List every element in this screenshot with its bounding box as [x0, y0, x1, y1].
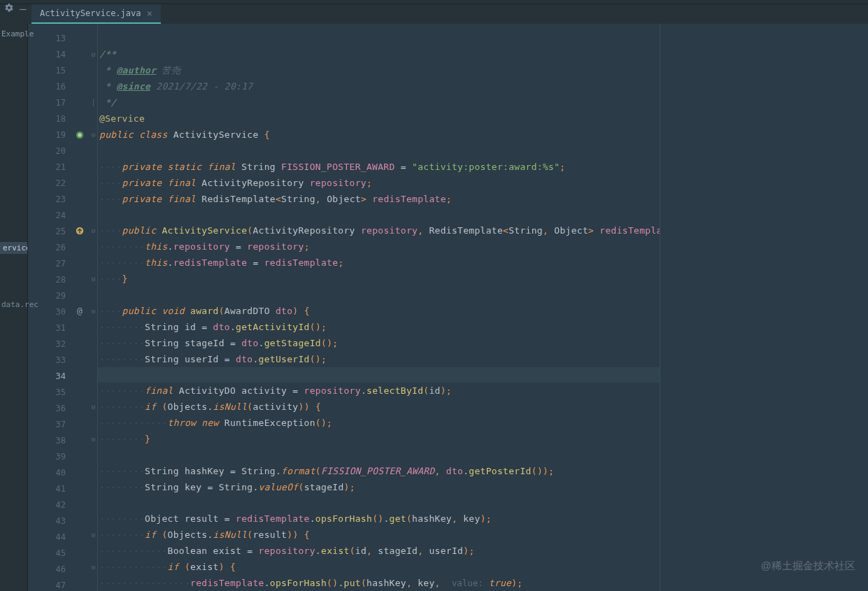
code-line-30[interactable]: ····public void award(AwardDTO dto) { — [98, 303, 660, 319]
fold-open-icon[interactable]: ⊟ — [92, 308, 95, 315]
line-number[interactable]: 34 — [28, 369, 70, 385]
line-number[interactable]: 45 — [28, 546, 70, 562]
gutter-icon-cell[interactable] — [70, 223, 90, 239]
settings-icon[interactable] — [4, 3, 14, 15]
code-line-34[interactable] — [98, 367, 660, 383]
sidebar-item-service[interactable]: ervice — [0, 242, 27, 254]
gutter-icon-cell[interactable] — [70, 207, 90, 223]
line-number[interactable]: 17 — [28, 95, 70, 111]
gutter-icon-cell[interactable] — [70, 255, 90, 271]
line-number[interactable]: 20 — [28, 143, 70, 159]
fold-open-icon[interactable]: ⊟ — [92, 227, 95, 234]
gutter-icon-cell[interactable] — [70, 143, 90, 159]
code-line-31[interactable]: ········String id = dto.getActivityId(); — [98, 319, 660, 335]
code-line-32[interactable]: ········String stageId = dto.getStageId(… — [98, 335, 660, 351]
gutter-icon-cell[interactable] — [70, 383, 90, 399]
fold-open-icon[interactable]: ⊟ — [92, 404, 95, 411]
line-number[interactable]: 35 — [28, 385, 70, 401]
gutter-icon-cell[interactable] — [70, 511, 90, 527]
code-line-44[interactable]: ········if (Objects.isNull(result)) { — [98, 527, 660, 543]
code-line-33[interactable]: ········String userId = dto.getUserId(); — [98, 351, 660, 367]
line-number[interactable]: 28 — [28, 272, 70, 288]
gutter-icon-cell[interactable] — [70, 319, 90, 335]
gutter-icon-cell[interactable] — [70, 351, 90, 367]
gutter-icon-cell[interactable] — [70, 463, 90, 479]
fold-open-icon[interactable]: ⊟ — [92, 564, 95, 571]
line-number[interactable]: 33 — [28, 353, 70, 369]
fold-open-icon[interactable]: ⊟ — [92, 532, 95, 539]
code-line-23[interactable]: ····private final RedisTemplate<String, … — [98, 191, 660, 207]
line-number[interactable]: 39 — [28, 449, 70, 465]
code-line-15[interactable]: * @author 苦尧 — [98, 62, 660, 78]
gutter-icon-cell[interactable] — [70, 367, 90, 383]
code-line-17[interactable]: */ — [98, 94, 660, 111]
minimize-icon[interactable]: — — [20, 6, 27, 12]
code-line-39[interactable] — [98, 447, 660, 462]
gutter-icon-cell[interactable] — [70, 431, 90, 447]
code-line-14[interactable]: /** — [98, 46, 660, 62]
gutter-icon-cell[interactable] — [70, 447, 90, 463]
line-number[interactable]: 38 — [28, 433, 70, 449]
gutter-icon-cell[interactable] — [70, 31, 90, 47]
code-line-45[interactable]: ············Boolean exist = repository.e… — [98, 543, 660, 559]
gutter-icon-cell[interactable] — [70, 127, 90, 143]
line-number[interactable]: 36 — [28, 401, 70, 417]
line-number[interactable]: 22 — [28, 176, 70, 192]
code-line-37[interactable]: ············throw new RuntimeException()… — [98, 415, 660, 431]
code-line-16[interactable]: * @since 2021/7/22 - 20:17 — [98, 78, 660, 94]
code-area[interactable]: /** * @author 苦尧 * @since 2021/7/22 - 20… — [98, 24, 660, 591]
line-number[interactable]: 26 — [28, 240, 70, 256]
code-line-38[interactable]: ········} — [98, 431, 660, 447]
gutter-icon-cell[interactable] — [70, 47, 90, 63]
line-number[interactable]: 13 — [28, 31, 70, 47]
code-line-13[interactable] — [98, 31, 660, 46]
line-number[interactable]: 27 — [28, 256, 70, 272]
gutter-icon-cell[interactable]: @ — [70, 303, 90, 319]
line-number[interactable]: 40 — [28, 465, 70, 481]
gutter-icon-cell[interactable] — [70, 543, 90, 560]
line-number[interactable]: 43 — [28, 513, 70, 529]
line-number[interactable]: 32 — [28, 336, 70, 353]
line-number[interactable]: 21 — [28, 159, 70, 176]
code-line-28[interactable]: ····} — [98, 271, 660, 287]
gutter-icon-cell[interactable] — [70, 495, 90, 511]
sidebar-item-data[interactable]: data.rec — [1, 300, 38, 309]
code-line-42[interactable] — [98, 495, 660, 511]
code-line-41[interactable]: ········String key = String.valueOf(stag… — [98, 479, 660, 495]
code-line-27[interactable]: ········this.redisTemplate = redisTempla… — [98, 255, 660, 271]
code-line-21[interactable]: ····private static final String FISSION_… — [98, 159, 660, 175]
close-icon[interactable]: × — [147, 8, 152, 19]
fold-open-icon[interactable]: ⊟ — [92, 131, 95, 138]
code-line-36[interactable]: ········if (Objects.isNull(activity)) { — [98, 399, 660, 415]
code-line-35[interactable]: ········final ActivityDO activity = repo… — [98, 383, 660, 399]
tab-activityservice[interactable]: ActivityService.java × — [31, 4, 161, 24]
code-line-46[interactable]: ············if (exist) { — [98, 559, 660, 575]
line-number[interactable]: 23 — [28, 192, 70, 208]
gutter-icon-cell[interactable] — [70, 159, 90, 175]
gutter-icon-cell[interactable] — [70, 79, 90, 95]
project-sidebar[interactable]: Example ervice data.rec — [0, 24, 28, 591]
code-line-25[interactable]: ····public ActivityService(ActivityRepos… — [98, 222, 660, 238]
gutter-icon-cell[interactable] — [70, 287, 90, 303]
line-number[interactable]: 24 — [28, 208, 70, 224]
gutter-icon-cell[interactable] — [70, 111, 90, 127]
code-line-18[interactable]: @Service — [98, 111, 660, 127]
line-number[interactable]: 19 — [28, 127, 70, 143]
line-number[interactable]: 42 — [28, 497, 70, 513]
gutter-icon-cell[interactable] — [70, 191, 90, 207]
gutter-icon-cell[interactable] — [70, 559, 90, 575]
gutter-icon-cell[interactable] — [70, 271, 90, 287]
line-number[interactable]: 46 — [28, 562, 70, 578]
code-line-43[interactable]: ········Object result = redisTemplate.op… — [98, 511, 660, 527]
fold-close-icon[interactable]: ⊟ — [92, 436, 95, 443]
code-line-29[interactable] — [98, 287, 660, 302]
gutter-icon-cell[interactable] — [70, 63, 90, 79]
line-number[interactable]: 18 — [28, 111, 70, 127]
gutter-icon-cell[interactable] — [70, 415, 90, 431]
line-number[interactable]: 15 — [28, 63, 70, 79]
line-number[interactable]: 47 — [28, 578, 70, 591]
gutter-icon-cell[interactable] — [70, 479, 90, 495]
line-number[interactable]: 37 — [28, 417, 70, 433]
line-number[interactable]: 44 — [28, 529, 70, 546]
gutter-icon-cell[interactable] — [70, 575, 90, 591]
